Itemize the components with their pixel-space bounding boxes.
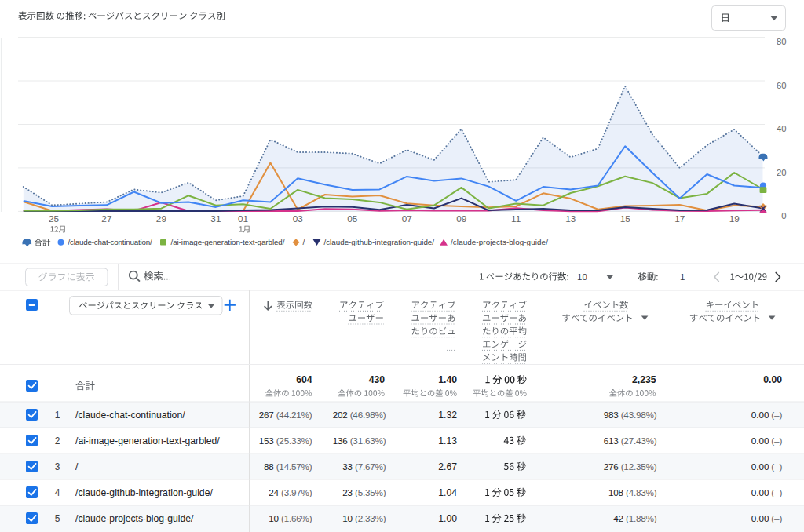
svg-text:/claude-github-integration-gui: /claude-github-integration-guide/ [324, 238, 435, 246]
svg-text:17: 17 [674, 213, 685, 224]
svg-text:(31.63%): (31.63%) [348, 435, 386, 446]
svg-text:1.00: 1.00 [438, 513, 457, 524]
svg-text:42: 42 [613, 513, 623, 523]
svg-text:29: 29 [156, 213, 166, 224]
svg-text:1.40: 1.40 [438, 374, 457, 385]
svg-text:1.04: 1.04 [438, 487, 457, 498]
svg-text:2: 2 [55, 435, 60, 446]
svg-text:10: 10 [342, 513, 353, 523]
svg-text:/claude-chat-continuation/: /claude-chat-continuation/ [75, 410, 185, 421]
svg-text:19: 19 [729, 213, 740, 224]
svg-text:(12.35%): (12.35%) [619, 461, 657, 472]
svg-text:80: 80 [777, 37, 787, 46]
svg-text:60: 60 [777, 81, 787, 90]
svg-text:1.13: 1.13 [438, 435, 457, 446]
svg-text:(43.98%): (43.98%) [619, 410, 657, 420]
svg-text:(3.97%): (3.97%) [279, 487, 312, 497]
svg-text:1: 1 [55, 410, 60, 421]
svg-text:25: 25 [49, 213, 60, 224]
svg-text:20: 20 [777, 168, 787, 177]
svg-text:1: 1 [680, 272, 685, 282]
svg-text:13: 13 [565, 213, 576, 224]
svg-text:/ai-image-generation-text-garb: /ai-image-generation-text-garbled/ [75, 435, 220, 446]
svg-text:(4.83%): (4.83%) [623, 487, 657, 497]
svg-text:23: 23 [342, 487, 353, 497]
svg-text:31: 31 [210, 213, 221, 224]
svg-text:613: 613 [604, 435, 619, 446]
svg-text:(46.98%): (46.98%) [348, 410, 386, 420]
svg-text:88: 88 [264, 461, 274, 472]
svg-text:4: 4 [55, 487, 60, 498]
svg-text:(–): (–) [769, 435, 783, 446]
svg-text:430: 430 [369, 374, 386, 385]
svg-text:(14.57%): (14.57%) [274, 461, 312, 472]
svg-text:(5.35%): (5.35%) [353, 487, 386, 497]
svg-text:(25.33%): (25.33%) [274, 435, 312, 446]
svg-text:/claude-github-integration-gui: /claude-github-integration-guide/ [75, 487, 213, 498]
svg-text:0.00: 0.00 [751, 487, 769, 497]
svg-text:(–): (–) [769, 461, 783, 472]
svg-text:0.00: 0.00 [751, 410, 769, 420]
svg-text:136: 136 [333, 435, 348, 446]
svg-text:0.00: 0.00 [763, 374, 782, 385]
svg-text:33: 33 [342, 461, 353, 472]
svg-text:10: 10 [577, 272, 587, 282]
svg-text:2,235: 2,235 [632, 374, 656, 385]
svg-text:3: 3 [55, 461, 60, 472]
svg-text:(–): (–) [769, 513, 783, 523]
svg-text:2.67: 2.67 [438, 461, 457, 472]
svg-text:05: 05 [347, 213, 358, 224]
svg-text:/claude-projects-blog-guide/: /claude-projects-blog-guide/ [75, 513, 194, 524]
svg-text:1.32: 1.32 [438, 410, 457, 421]
svg-text:(7.67%): (7.67%) [353, 461, 386, 472]
svg-text:(44.21%): (44.21%) [274, 410, 312, 420]
svg-text:0.00: 0.00 [751, 435, 769, 446]
svg-text:0: 0 [781, 211, 786, 220]
svg-text:(1.88%): (1.88%) [623, 513, 657, 523]
svg-text:604: 604 [296, 374, 312, 385]
svg-text:5: 5 [55, 513, 60, 524]
svg-text:27: 27 [101, 213, 111, 224]
svg-text:0.00: 0.00 [751, 513, 769, 523]
svg-text:(–): (–) [769, 487, 783, 497]
svg-text:11: 11 [511, 213, 521, 224]
svg-text:01: 01 [238, 213, 248, 224]
svg-text:(2.33%): (2.33%) [353, 513, 386, 523]
svg-text:(–): (–) [769, 410, 783, 420]
svg-text:0.00: 0.00 [751, 461, 769, 472]
svg-text:/claude-projects-blog-guide/: /claude-projects-blog-guide/ [451, 238, 548, 246]
svg-text:/ai-image-generation-text-garb: /ai-image-generation-text-garbled/ [171, 238, 285, 246]
svg-text:153: 153 [259, 435, 274, 446]
svg-text:/claude-chat-continuation/: /claude-chat-continuation/ [68, 238, 152, 246]
svg-text:07: 07 [402, 213, 412, 224]
svg-text:202: 202 [333, 410, 348, 420]
svg-text:15: 15 [620, 213, 631, 224]
svg-text:983: 983 [604, 410, 619, 420]
svg-text:09: 09 [456, 213, 466, 224]
svg-text:276: 276 [604, 461, 619, 472]
svg-text:24: 24 [269, 487, 279, 497]
svg-text:(27.43%): (27.43%) [619, 435, 657, 446]
svg-text:10: 10 [269, 513, 279, 523]
svg-text:108: 108 [608, 487, 623, 497]
svg-text:03: 03 [293, 213, 304, 224]
svg-text:(1.66%): (1.66%) [279, 513, 312, 523]
svg-text:267: 267 [259, 410, 274, 420]
svg-text:40: 40 [777, 124, 787, 133]
svg-text:/: / [303, 238, 305, 246]
